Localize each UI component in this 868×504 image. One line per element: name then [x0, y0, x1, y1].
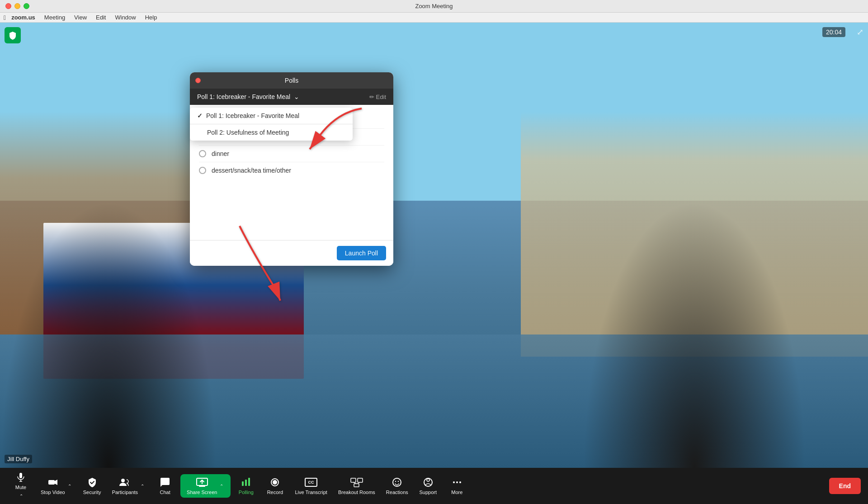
reactions-icon	[392, 477, 402, 488]
share-screen-icon	[196, 477, 208, 488]
fullscreen-button[interactable]	[24, 3, 29, 9]
live-transcript-label: Live Transcript	[295, 490, 327, 495]
breakout-rooms-icon	[350, 477, 363, 488]
launch-poll-button[interactable]: Launch Poll	[337, 246, 386, 260]
stop-video-button[interactable]: Stop Video	[41, 477, 65, 495]
meeting-timer: 20:04	[822, 27, 845, 37]
svg-point-6	[121, 479, 125, 482]
poll-option-4-label: dessert/snack/tea time/other	[212, 167, 291, 174]
zoom-shield-icon[interactable]	[5, 27, 21, 43]
poll-option-4[interactable]: dessert/snack/tea time/other	[199, 162, 384, 179]
participants-button[interactable]: Participants	[112, 477, 138, 495]
selected-poll-name: Poll 1: Icebreaker - Favorite Meal	[197, 93, 290, 100]
mute-label: Mute	[15, 485, 26, 490]
record-item[interactable]: Record	[261, 474, 288, 498]
more-item[interactable]: More	[443, 474, 471, 498]
svg-point-22	[398, 481, 399, 482]
poll-dropdown-menu: Poll 1: Icebreaker - Favorite Meal Poll …	[190, 108, 353, 141]
poll-selector-chevron-icon: ⌄	[294, 93, 299, 100]
share-screen-button[interactable]: Share Screen	[187, 477, 217, 495]
record-label: Record	[267, 490, 283, 495]
poll-radio-4[interactable]	[199, 167, 206, 174]
security-icon	[87, 477, 98, 488]
polls-dialog-title: Polls	[285, 77, 298, 84]
svg-point-24	[427, 479, 429, 481]
support-item[interactable]: Support	[415, 474, 442, 498]
menu-help[interactable]: Help	[142, 14, 161, 21]
svg-rect-10	[248, 478, 250, 486]
svg-text:CC: CC	[308, 480, 314, 485]
titlebar: Zoom Meeting	[0, 0, 868, 13]
poll-selector-row[interactable]: Poll 1: Icebreaker - Favorite Meal ⌄ ✏ E…	[190, 89, 393, 105]
participants-item[interactable]: Participants ⌃	[108, 474, 150, 498]
poll-dropdown-item-2[interactable]: Poll 2: Usefulness of Meeting	[190, 124, 353, 141]
polls-dialog: Polls Poll 1: Icebreaker - Favorite Meal…	[190, 72, 393, 266]
poll-dropdown-item-1-label: Poll 1: Icebreaker - Favorite Meal	[206, 112, 299, 119]
close-button[interactable]	[5, 3, 11, 9]
record-icon	[269, 477, 280, 488]
breakout-rooms-item[interactable]: Breakout Rooms	[334, 474, 380, 498]
menu-meeting[interactable]: Meeting	[41, 14, 69, 21]
svg-rect-2	[19, 473, 22, 478]
poll-dropdown-item-2-label: Poll 2: Usefulness of Meeting	[207, 129, 289, 136]
svg-rect-5	[48, 480, 55, 485]
poll-edit-button[interactable]: ✏ Edit	[369, 94, 386, 100]
polls-dialog-close-button[interactable]	[195, 78, 201, 83]
meeting-area: 20:04 ⤢ Jill Duffy	[0, 23, 868, 468]
background-scene	[0, 23, 868, 468]
expand-button[interactable]: ⤢	[857, 27, 863, 37]
end-meeting-button[interactable]: End	[829, 478, 861, 494]
poll-dropdown-item-1[interactable]: Poll 1: Icebreaker - Favorite Meal	[190, 108, 353, 124]
support-icon	[423, 477, 434, 488]
svg-point-21	[395, 481, 396, 482]
participants-label: Participants	[112, 490, 138, 495]
bg-silhouette-left	[0, 201, 217, 468]
poll-option-3-label: dinner	[212, 150, 229, 157]
menu-edit[interactable]: Edit	[92, 14, 109, 21]
stop-video-arrow-icon[interactable]: ⌃	[67, 482, 72, 490]
poll-option-3[interactable]: dinner	[199, 146, 384, 162]
svg-point-27	[459, 481, 461, 483]
polling-item[interactable]: Polling	[232, 474, 259, 498]
polling-label: Polling	[239, 490, 254, 495]
poll-selector-dropdown[interactable]: Poll 1: Icebreaker - Favorite Meal ⌄	[197, 93, 299, 100]
pencil-icon: ✏	[369, 94, 374, 100]
security-item[interactable]: Security	[79, 474, 106, 498]
mute-button[interactable]: Mute	[15, 472, 26, 490]
menubar:  zoom.us Meeting View Edit Window Help	[0, 13, 868, 23]
participants-arrow-icon[interactable]: ⌃	[140, 482, 145, 490]
svg-point-11	[273, 480, 277, 485]
chat-item[interactable]: Chat	[151, 474, 179, 498]
window-title: Zoom Meeting	[415, 3, 453, 9]
microphone-icon	[15, 472, 26, 483]
chat-label: Chat	[160, 490, 170, 495]
reactions-item[interactable]: Reactions	[382, 474, 413, 498]
menu-view[interactable]: View	[71, 14, 90, 21]
minimize-button[interactable]	[14, 3, 20, 9]
toolbar: Mute ⌃ Stop Video ⌃ Security	[0, 468, 868, 504]
svg-point-25	[453, 481, 455, 483]
more-icon	[452, 477, 462, 488]
participant-name-label: Jill Duffy	[5, 455, 32, 463]
poll-radio-3[interactable]	[199, 150, 206, 157]
reactions-label: Reactions	[386, 490, 408, 495]
svg-point-26	[456, 481, 458, 483]
stop-video-item[interactable]: Stop Video ⌃	[36, 474, 77, 498]
toolbar-left-items: Mute ⌃ Stop Video ⌃ Security	[7, 469, 471, 503]
svg-rect-15	[351, 478, 356, 482]
mute-arrow-icon[interactable]: ⌃	[19, 492, 24, 500]
security-label: Security	[83, 490, 101, 495]
menu-window[interactable]: Window	[111, 14, 139, 21]
bg-silhouette-right	[564, 156, 825, 468]
share-screen-arrow-icon[interactable]: ⌃	[219, 482, 224, 490]
live-transcript-item[interactable]: CC Live Transcript	[290, 474, 332, 498]
apple-menu-icon[interactable]: 	[4, 14, 6, 21]
poll-spacer	[190, 186, 393, 240]
mute-item[interactable]: Mute ⌃	[7, 469, 34, 503]
more-label: More	[451, 490, 462, 495]
app-name[interactable]: zoom.us	[11, 14, 35, 21]
share-screen-item[interactable]: Share Screen ⌃	[180, 474, 231, 498]
live-transcript-icon: CC	[305, 477, 317, 488]
share-screen-label: Share Screen	[187, 490, 217, 495]
chat-icon	[160, 477, 170, 488]
